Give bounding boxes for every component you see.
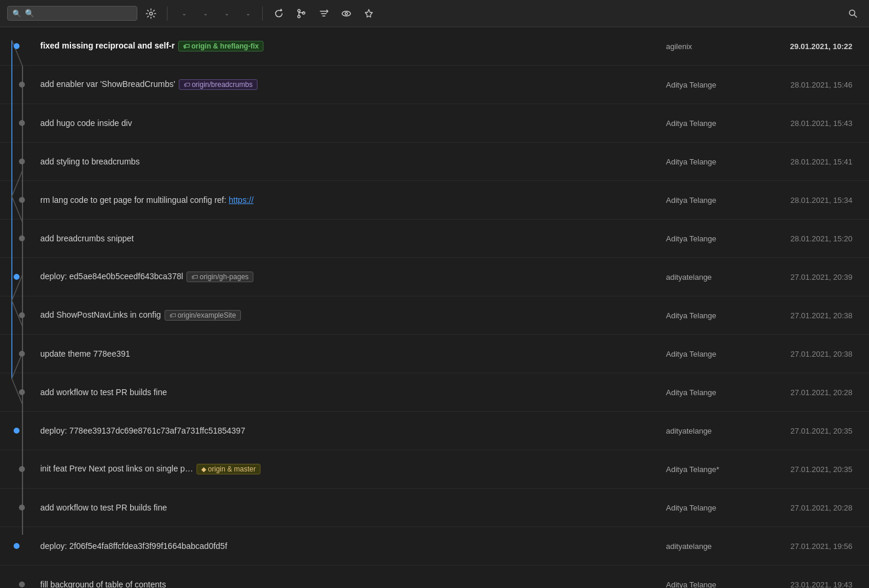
- graph-col: [0, 418, 36, 444]
- separator-1: [167, 7, 168, 21]
- commit-message: fill background of table of contents: [36, 580, 661, 588]
- table-row[interactable]: add ShowPostNavLinks in config🏷origin/ex…: [0, 296, 869, 335]
- settings-button[interactable]: [142, 6, 160, 21]
- commit-author: Aditya Telange: [661, 234, 756, 243]
- tag-icon: 🏷: [183, 43, 189, 50]
- commit-tag: 🏷origin/gh-pages: [186, 272, 253, 282]
- toolbar: 🔍 ⌄ ⌄ ⌄ ⌄: [0, 0, 869, 27]
- search-box[interactable]: 🔍: [7, 6, 137, 21]
- graph-col: [0, 110, 36, 136]
- separator-2: [262, 7, 263, 21]
- commit-date: 27.01.2021, 20:38: [756, 350, 860, 358]
- graph-col: [0, 302, 36, 328]
- table-row[interactable]: add hugo code inside divAditya Telange28…: [0, 104, 869, 143]
- pin-button[interactable]: [360, 6, 378, 21]
- commit-author: Aditya Telange: [661, 580, 756, 589]
- commit-tag: 🏷origin & hreflang-fix: [178, 41, 263, 51]
- graph-col: [0, 225, 36, 251]
- commit-message: update theme 778ee391: [36, 349, 661, 358]
- date-filter[interactable]: ⌄: [217, 8, 234, 19]
- search-icon: 🔍: [12, 9, 21, 18]
- paths-filter[interactable]: ⌄: [239, 8, 255, 19]
- refresh-button[interactable]: [270, 6, 288, 21]
- commit-author: adityatelange: [661, 542, 756, 551]
- table-row[interactable]: add enabler var 'ShowBreadCrumbs'🏷origin…: [0, 66, 869, 104]
- commit-link[interactable]: https://: [228, 195, 253, 205]
- commit-author: adityatelange: [661, 427, 756, 435]
- eye-icon: [341, 8, 352, 19]
- commit-author: adityatelange: [661, 273, 756, 282]
- commit-date: 27.01.2021, 20:39: [756, 273, 860, 282]
- commit-message: deploy: 2f06f5e4fa8ffcfdea3f3f99f1664bab…: [36, 541, 661, 551]
- commit-dot: [14, 274, 20, 280]
- table-row[interactable]: fill background of table of contentsAdit…: [0, 566, 869, 588]
- commit-tag: ◆origin & master: [197, 464, 260, 474]
- commit-dot: [19, 389, 25, 395]
- table-row[interactable]: update theme 778ee391Aditya Telange27.01…: [0, 335, 869, 373]
- commit-message: add workflow to test PR builds fine: [36, 503, 661, 512]
- commit-date: 27.01.2021, 19:56: [756, 542, 860, 551]
- table-row[interactable]: deploy: 778ee39137dc69e8761c73af7a731ffc…: [0, 412, 869, 450]
- branch-filter[interactable]: ⌄: [175, 8, 191, 19]
- commit-author: agilenix: [661, 42, 756, 51]
- commit-dot: [19, 312, 25, 318]
- view-button[interactable]: [337, 6, 355, 21]
- table-row[interactable]: add breadcrumbs snippetAditya Telange28.…: [0, 219, 869, 258]
- commit-dot: [19, 235, 25, 241]
- tag-icon: 🏷: [191, 273, 198, 280]
- commit-dot: [19, 505, 25, 511]
- table-row[interactable]: add styling to breadcrumbsAditya Telange…: [0, 143, 869, 181]
- commit-message: add ShowPostNavLinks in config🏷origin/ex…: [36, 310, 661, 321]
- commit-date: 28.01.2021, 15:41: [756, 157, 860, 166]
- commit-date: 27.01.2021, 20:28: [756, 388, 860, 397]
- graph-col: [0, 148, 36, 175]
- sort-button[interactable]: [315, 6, 333, 21]
- commit-tag: 🏷origin/breadcrumbs: [179, 79, 258, 90]
- branch-chevron: ⌄: [182, 10, 186, 17]
- commit-date: 28.01.2021, 15:46: [756, 80, 860, 89]
- commit-author: Aditya Telange: [661, 80, 756, 89]
- graph-col: [0, 571, 36, 588]
- user-filter[interactable]: ⌄: [196, 8, 213, 19]
- graph-col: [0, 341, 36, 367]
- table-row[interactable]: fixed missing reciprocal and self-r🏷orig…: [0, 27, 869, 66]
- commit-message: init feat Prev Next post links on single…: [36, 464, 661, 475]
- commit-date: 27.01.2021, 20:38: [756, 311, 860, 320]
- user-chevron: ⌄: [203, 10, 208, 17]
- graph-col: [0, 264, 36, 290]
- table-row[interactable]: deploy: ed5ae84e0b5ceedf643bca378l🏷origi…: [0, 258, 869, 296]
- gear-icon: [146, 8, 156, 19]
- commit-message: add breadcrumbs snippet: [36, 234, 661, 243]
- pin-icon: [363, 8, 374, 19]
- commit-dot: [19, 82, 25, 88]
- svg-point-4: [342, 11, 350, 16]
- commit-dot: [19, 120, 25, 126]
- search-right-button[interactable]: [844, 6, 862, 21]
- tag-icon: 🏷: [169, 312, 176, 319]
- graph-col: [0, 495, 36, 521]
- commit-date: 28.01.2021, 15:34: [756, 196, 860, 205]
- date-chevron: ⌄: [224, 10, 229, 17]
- commit-dot: [19, 197, 25, 203]
- merge-button[interactable]: [292, 6, 310, 21]
- refresh-icon: [273, 8, 284, 19]
- graph-col: [0, 187, 36, 213]
- search-input[interactable]: [25, 9, 132, 18]
- commit-author: Aditya Telange: [661, 196, 756, 205]
- table-row[interactable]: deploy: 2f06f5e4fa8ffcfdea3f3f99f1664bab…: [0, 527, 869, 566]
- commit-message: deploy: 778ee39137dc69e8761c73af7a731ffc…: [36, 426, 661, 435]
- sort-icon: [318, 8, 329, 19]
- table-row[interactable]: rm lang code to get page for multilingua…: [0, 181, 869, 219]
- paths-chevron: ⌄: [246, 10, 250, 17]
- commit-message: add styling to breadcrumbs: [36, 157, 661, 166]
- commit-author: Aditya Telange: [661, 388, 756, 397]
- commit-date: 23.01.2021, 19:43: [756, 580, 860, 589]
- graph-col: [0, 72, 36, 98]
- table-row[interactable]: add workflow to test PR builds fineAdity…: [0, 489, 869, 527]
- svg-point-0: [150, 12, 153, 15]
- commit-message: add hugo code inside div: [36, 118, 661, 128]
- commit-dot: [14, 43, 20, 49]
- table-row[interactable]: add workflow to test PR builds fineAdity…: [0, 373, 869, 412]
- table-row[interactable]: init feat Prev Next post links on single…: [0, 450, 869, 489]
- commit-author: Aditya Telange: [661, 311, 756, 320]
